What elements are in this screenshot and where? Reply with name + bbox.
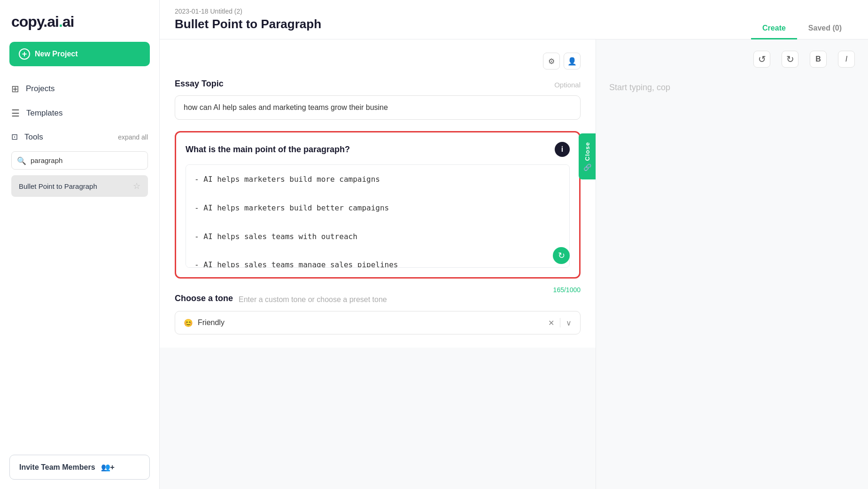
main-header: 2023-01-18 Untitled (2) Bullet Point to …	[160, 0, 868, 39]
sidebar-nav: ⊞ Projects ☰ Templates ⊡ Tools expand al…	[0, 78, 159, 199]
tone-label-row: Choose a tone Enter a custom tone or cho…	[175, 294, 581, 305]
sidebar-item-templates[interactable]: ☰ Templates	[4, 102, 155, 124]
tools-row[interactable]: ⊡ Tools expand all	[4, 126, 155, 147]
bold-button[interactable]: B	[810, 51, 827, 68]
search-input[interactable]	[11, 151, 148, 170]
settings-icon-btn[interactable]: ⚙	[543, 53, 560, 70]
right-panel-placeholder: Start typing, cop	[609, 83, 855, 93]
question-header: What is the main point of the paragraph?…	[186, 142, 570, 157]
redo-button[interactable]: ↻	[782, 51, 798, 68]
right-panel: ↺ ↻ B I Start typing, cop	[596, 39, 868, 489]
logo-text-ai: ai	[62, 13, 74, 30]
expand-all-text[interactable]: expand all	[118, 133, 148, 141]
search-icon: 🔍	[17, 156, 26, 165]
content-area: ⚙ 👤 Essay Topic Optional how can AI help…	[160, 39, 868, 489]
tools-icon: ⊡	[11, 132, 18, 142]
header-tabs: Create Saved (0)	[751, 18, 853, 39]
tone-chevron-icon[interactable]: ∨	[566, 318, 572, 327]
italic-button[interactable]: I	[838, 51, 855, 68]
new-project-label: New Project	[35, 50, 78, 58]
projects-label: Projects	[26, 84, 54, 93]
close-side-button[interactable]: Close 🔗	[579, 133, 596, 179]
essay-topic-label: Essay Topic	[175, 79, 224, 89]
tone-select[interactable]: 😊 Friendly ✕ ∨	[175, 311, 581, 334]
form-top-bar: ⚙ 👤	[175, 53, 581, 70]
char-count: 165/1000	[175, 286, 581, 294]
new-project-button[interactable]: + New Project	[9, 42, 150, 66]
bullets-textarea[interactable]: - AI helps marketers build more campaign…	[186, 164, 570, 268]
tab-create[interactable]: Create	[751, 18, 797, 39]
tone-divider	[560, 318, 560, 327]
essay-topic-value: how can AI help sales and marketing team…	[184, 103, 388, 111]
sidebar-item-projects[interactable]: ⊞ Projects	[4, 78, 155, 100]
form-panel-wrapper: ⚙ 👤 Essay Topic Optional how can AI help…	[160, 39, 596, 489]
form-panel: ⚙ 👤 Essay Topic Optional how can AI help…	[160, 39, 596, 348]
essay-topic-optional: Optional	[554, 81, 581, 89]
tab-create-label: Create	[762, 24, 786, 32]
star-icon[interactable]: ☆	[133, 181, 140, 191]
main-content: 2023-01-18 Untitled (2) Bullet Point to …	[160, 0, 868, 489]
breadcrumb: 2023-01-18 Untitled (2)	[175, 8, 321, 15]
close-side-label: Close	[584, 142, 591, 161]
logo-area: copy.ai.ai	[0, 0, 159, 42]
logo: copy.ai.ai	[11, 13, 74, 30]
projects-icon: ⊞	[11, 83, 19, 94]
tab-saved[interactable]: Saved (0)	[797, 18, 853, 39]
search-box: 🔍	[11, 151, 148, 170]
invite-team-button[interactable]: Invite Team Members 👥+	[9, 455, 150, 480]
essay-topic-input[interactable]: how can AI help sales and marketing team…	[175, 95, 581, 120]
templates-icon: ☰	[11, 108, 20, 119]
question-title: What is the main point of the paragraph?	[186, 145, 350, 155]
tone-placeholder: Enter a custom tone or choose a preset t…	[239, 295, 387, 304]
sidebar: copy.ai.ai + New Project ⊞ Projects ☰ Te…	[0, 0, 160, 489]
close-side-icon: 🔗	[583, 163, 591, 171]
logo-text-copy: copy.ai	[11, 13, 59, 30]
tone-close-icon[interactable]: ✕	[548, 318, 554, 327]
tone-emoji: 😊	[184, 318, 193, 327]
tools-left: ⊡ Tools	[11, 132, 43, 142]
sidebar-bottom: Invite Team Members 👥+	[0, 445, 159, 489]
tone-right: ✕ ∨	[548, 318, 572, 327]
plus-icon: +	[19, 48, 30, 60]
info-button[interactable]: i	[555, 142, 570, 157]
refresh-button[interactable]: ↻	[553, 247, 570, 264]
logo-dot: .	[59, 13, 62, 30]
essay-topic-row: Essay Topic Optional	[175, 79, 581, 91]
tools-label: Tools	[24, 132, 43, 142]
tone-label: Choose a tone	[175, 294, 233, 303]
page-title: Bullet Point to Paragraph	[175, 17, 321, 31]
undo-button[interactable]: ↺	[753, 51, 770, 68]
tab-saved-label: Saved (0)	[808, 24, 842, 32]
template-item-bullet-paragraph[interactable]: Bullet Point to Paragraph ☆	[11, 175, 148, 197]
invite-icon: 👥+	[101, 463, 115, 472]
user-icon-btn[interactable]: 👤	[564, 53, 581, 70]
tone-left: 😊 Friendly	[184, 318, 225, 327]
header-left: 2023-01-18 Untitled (2) Bullet Point to …	[175, 8, 321, 39]
template-item-label: Bullet Point to Paragraph	[19, 182, 97, 190]
invite-label: Invite Team Members	[19, 463, 95, 472]
templates-label: Templates	[26, 109, 62, 118]
question-box: What is the main point of the paragraph?…	[175, 131, 581, 279]
tone-value: Friendly	[198, 318, 225, 327]
